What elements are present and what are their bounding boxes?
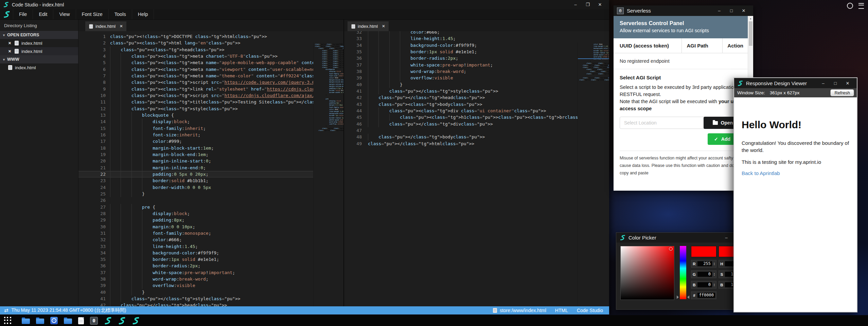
- code-line-43[interactable]: 43 class="pu"><class="tg">bodyclass="pu"…: [344, 101, 609, 108]
- sv-marker[interactable]: [669, 247, 673, 251]
- taskbar-code-studio-icon[interactable]: [118, 317, 126, 325]
- minimize-button[interactable]: –: [817, 79, 829, 88]
- code-line-27[interactable]: 27 pre {: [78, 204, 343, 210]
- code-line-46[interactable]: 46 class="pu"></class="tg">divclass="pu"…: [344, 121, 609, 127]
- sidebar-item-index.html[interactable]: ✕index.html: [0, 39, 78, 47]
- add-button[interactable]: ✓ Add: [708, 133, 737, 145]
- sidebar-section-www[interactable]: ▾WWW: [0, 55, 78, 63]
- code-line-13[interactable]: 13 blockquote {: [78, 112, 343, 118]
- code-line-37[interactable]: 37 white-space:pre-wrap!important;: [78, 269, 343, 276]
- taskbar-media-player-icon[interactable]: [50, 317, 58, 324]
- restore-button[interactable]: ❐: [582, 0, 594, 9]
- stepper-icon[interactable]: ▲▼: [713, 283, 715, 287]
- code-line-2[interactable]: 2class="pu"><class="tg">html lang="en"cl…: [78, 40, 343, 46]
- code-line-36[interactable]: 36 border-radius:2px;: [78, 263, 343, 269]
- color-field-r[interactable]: R255▲▼: [691, 260, 716, 268]
- code-line-35[interactable]: 35 border:1px solid #e1e1e1;: [78, 256, 343, 263]
- code-line-32[interactable]: 32 color:#666;: [344, 31, 609, 35]
- code-line-22[interactable]: 22 padding:0 5px 0 20px;: [78, 171, 343, 177]
- code-line-8[interactable]: 8 class="pu"><class="tg">script src="htt…: [78, 79, 343, 85]
- maximize-button[interactable]: □: [829, 79, 842, 88]
- code-line-42[interactable]: 42 class="pu"></class="tg">headclass="pu…: [344, 94, 609, 101]
- taskbar-folder-icon[interactable]: [22, 319, 30, 324]
- code-line-49[interactable]: 49class="pu"></class="tg">htmlclass="pu"…: [344, 140, 609, 147]
- code-line-31[interactable]: 31 font-family:monospace;: [78, 230, 343, 236]
- code-line-41[interactable]: 41 class="pu"></class="tg">styleclass="p…: [344, 88, 609, 94]
- taskbar-code-studio-icon[interactable]: [104, 317, 112, 325]
- color-field-b[interactable]: B0▲▼: [691, 281, 716, 289]
- code-line-15[interactable]: 15 font-family:inherit;: [78, 125, 343, 132]
- taskbar-code-studio-icon[interactable]: [132, 317, 140, 325]
- hex-color-field[interactable]: #ff0000: [691, 291, 716, 299]
- tab-index-html[interactable]: index.html ✕: [348, 21, 389, 31]
- minimap-left[interactable]: class="pu"><!class="tg">DOCTYPE class="t…: [313, 43, 343, 306]
- status-language[interactable]: HTML: [555, 308, 568, 313]
- tab-index-html[interactable]: index.html ✕: [85, 21, 126, 31]
- code-line-42[interactable]: 42 class="pu"></class="tg">headclass="pu…: [78, 302, 343, 306]
- close-button[interactable]: ✕: [594, 0, 606, 9]
- code-line-5[interactable]: 5 class="pu"><class="tg">meta name="appl…: [78, 59, 343, 66]
- rdv-title-bar[interactable]: Responsive Design Viewer – □ ✕: [734, 78, 857, 88]
- minimize-button[interactable]: –: [720, 233, 732, 242]
- color-value[interactable]: 0: [697, 282, 712, 287]
- maximize-button[interactable]: □: [725, 6, 738, 15]
- stepper-icon[interactable]: ▲▼: [713, 262, 715, 266]
- code-line-35[interactable]: 35 border:1px solid #e1e1e1;: [344, 49, 609, 55]
- code-line-7[interactable]: 7 class="pu"><class="tg">meta name="them…: [78, 73, 343, 79]
- code-line-18[interactable]: 18 margin-block-start:1em;: [78, 145, 343, 151]
- code-line-44[interactable]: 44 class="pu"><class="tg">div class="ui …: [344, 108, 609, 114]
- sidebar-item-index.html[interactable]: ✕index.html: [0, 47, 78, 55]
- code-line-39[interactable]: 39 overflow:visible: [344, 75, 609, 81]
- code-line-39[interactable]: 39 overflow:visible: [78, 282, 343, 289]
- color-field-g[interactable]: G0▲▼: [691, 270, 716, 278]
- code-line-28[interactable]: 28 display:block;: [78, 210, 343, 217]
- code-line-37[interactable]: 37 white-space:pre-wrap!important;: [344, 62, 609, 68]
- sidebar-section-open-editors[interactable]: ▾OPEN EDITORS: [0, 31, 78, 39]
- code-line-16[interactable]: 16 font-size:inherit;: [78, 132, 343, 138]
- code-line-48[interactable]: 48 class="pu"></class="tg">bodyclass="pu…: [344, 134, 609, 140]
- saturation-value-picker[interactable]: [620, 246, 674, 300]
- status-file-path[interactable]: store:/www/index.html: [500, 308, 546, 313]
- code-line-30[interactable]: 30 margin:0 0 10px;: [78, 224, 343, 230]
- color-value[interactable]: 0: [697, 272, 712, 277]
- code-line-6[interactable]: 6 class="pu"><class="tg">meta name="view…: [78, 66, 343, 73]
- code-line-3[interactable]: 3 class="pu"><class="tg">headclass="pu">…: [78, 46, 343, 53]
- code-line-14[interactable]: 14 display:block;: [78, 118, 343, 125]
- minimap-right[interactable]: color:#666; line-height:1.45; background…: [578, 43, 609, 306]
- code-line-34[interactable]: 34 background-color:#f9f9f9;: [344, 42, 609, 49]
- code-line-40[interactable]: 40 }: [78, 289, 343, 295]
- code-line-4[interactable]: 4 class="pu"><class="tg">meta charset="U…: [78, 53, 343, 59]
- code-line-40[interactable]: 40 }: [344, 81, 609, 88]
- code-line-32[interactable]: 32 color:#666;: [78, 236, 343, 243]
- tab-close-icon[interactable]: ✕: [382, 24, 385, 28]
- code-editor-right[interactable]: 32 color:#666;33 line-height:1.45;34 bac…: [344, 31, 609, 306]
- code-line-47[interactable]: 47: [344, 127, 609, 134]
- close-button[interactable]: ✕: [842, 79, 854, 88]
- code-line-19[interactable]: 19 margin-block-end:1em;: [78, 151, 343, 158]
- minimize-button[interactable]: –: [569, 0, 582, 9]
- menu-file[interactable]: File: [13, 9, 33, 19]
- code-line-41[interactable]: 41 class="pu"></class="tg">styleclass="p…: [78, 295, 343, 302]
- minimize-button[interactable]: –: [713, 6, 725, 15]
- close-icon[interactable]: ✕: [8, 49, 12, 54]
- app-logo[interactable]: [0, 9, 13, 19]
- menu-font-size[interactable]: Font Size: [76, 9, 109, 19]
- code-line-10[interactable]: 10 class="pu"><class="tg">script src="ht…: [78, 92, 343, 99]
- code-line-26[interactable]: 26: [78, 197, 343, 204]
- title-bar[interactable]: Code Studio - index.html – ❐ ✕: [0, 0, 609, 9]
- taskbar-serverless-app-icon[interactable]: 0: [90, 317, 98, 325]
- code-line-38[interactable]: 38 word-wrap:break-word;: [344, 68, 609, 75]
- code-line-1[interactable]: 1class="pu"><!class="tg">DOCTYPE class="…: [78, 33, 343, 40]
- menu-edit[interactable]: Edit: [33, 9, 53, 19]
- hue-slider[interactable]: [680, 246, 686, 299]
- color-value[interactable]: 255: [697, 261, 712, 266]
- menu-help[interactable]: Help: [132, 9, 154, 19]
- code-line-36[interactable]: 36 border-radius:2px;: [344, 55, 609, 61]
- close-button[interactable]: ✕: [738, 6, 750, 15]
- close-icon[interactable]: ✕: [8, 41, 12, 45]
- menu-tools[interactable]: Tools: [109, 9, 132, 19]
- code-line-45[interactable]: 45 class="pu"><class="tg">h1class="pu">>…: [344, 114, 609, 120]
- code-line-24[interactable]: 24 border-width:0 0 0 5px: [78, 184, 343, 191]
- scroll-up-icon[interactable]: ▲: [748, 16, 753, 21]
- code-line-34[interactable]: 34 background-color:#f9f9f9;: [78, 250, 343, 256]
